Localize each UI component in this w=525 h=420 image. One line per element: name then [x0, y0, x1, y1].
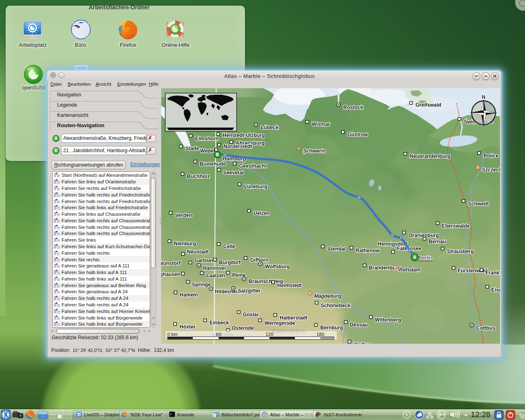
svg-text:Buxtehude: Buxtehude: [200, 161, 226, 167]
svg-text:Rostock: Rostock: [343, 105, 363, 110]
svg-text:Güstrow: Güstrow: [347, 132, 368, 137]
svg-text:Wernigerode: Wernigerode: [265, 320, 295, 326]
svg-text:Elmshorn: Elmshorn: [195, 136, 219, 142]
svg-text:Stendal: Stendal: [327, 246, 345, 252]
svg-text:Lübeck: Lübeck: [261, 125, 278, 130]
svg-text:Greifswald: Greifswald: [415, 102, 441, 108]
svg-text:Laatzen: Laatzen: [206, 273, 225, 278]
svg-text:Garbsen: Garbsen: [194, 258, 215, 263]
svg-text:Wolfen: Wolfen: [354, 342, 370, 344]
svg-text:Schwedt: Schwedt: [468, 201, 489, 207]
svg-text:Seevetal: Seevetal: [223, 170, 244, 176]
svg-text:Salzgitter: Salzgitter: [238, 288, 261, 294]
svg-text:Hannover: Hannover: [203, 265, 226, 271]
svg-text:Potsdam: Potsdam: [399, 267, 420, 273]
svg-text:Frankfurt (Oder): Frankfurt (Oder): [486, 270, 500, 276]
svg-text:Schwerin: Schwerin: [303, 148, 326, 154]
svg-text:Norderstedt: Norderstedt: [224, 144, 252, 149]
svg-text:Neustadt: Neustadt: [187, 249, 209, 255]
svg-text:Buchholz: Buchholz: [187, 173, 210, 179]
svg-text:Henstedt-Ulzburg: Henstedt-Ulzburg: [223, 132, 265, 138]
svg-text:Eberswalde: Eberswalde: [442, 223, 470, 229]
svg-text:Police: Police: [484, 153, 498, 159]
svg-text:Bernburg: Bernburg: [320, 325, 343, 331]
svg-text:N: N: [482, 94, 486, 100]
svg-text:Wittenberg: Wittenberg: [375, 317, 401, 323]
svg-text:Höxter: Höxter: [180, 324, 196, 330]
svg-text:01001: 01001: [77, 66, 86, 70]
svg-text:nghausen: nghausen: [161, 272, 180, 277]
svg-text:0 km: 0 km: [167, 332, 178, 337]
svg-text:Nienburg: Nienburg: [174, 241, 196, 247]
svg-text:Wedel: Wedel: [200, 148, 215, 154]
svg-text:60: 60: [216, 332, 221, 337]
svg-text:Geesthacht: Geesthacht: [239, 163, 267, 169]
svg-text:Strausberg: Strausberg: [447, 249, 474, 254]
svg-text:180: 180: [316, 332, 324, 337]
svg-text:Szczecin: Szczecin: [482, 167, 500, 173]
svg-text:Goslar: Goslar: [243, 312, 259, 317]
svg-text:Springe: Springe: [192, 282, 211, 288]
svg-text:Dessau: Dessau: [350, 322, 368, 328]
svg-text:Wolfsburg: Wolfsburg: [265, 264, 290, 269]
svg-text:Braunschweig: Braunschweig: [249, 278, 283, 284]
svg-text:Magdeburg: Magdeburg: [314, 293, 342, 299]
svg-text:120: 120: [265, 332, 273, 337]
svg-text:Wunstorf: Wunstorf: [161, 260, 181, 266]
svg-text:Neubrandenburg: Neubrandenburg: [410, 153, 450, 159]
svg-text:Schönebeck: Schönebeck: [321, 303, 351, 308]
svg-text:Bernau: Bernau: [429, 239, 446, 244]
svg-text:Stade: Stade: [185, 146, 199, 151]
svg-text:Lüneburg: Lüneburg: [244, 184, 267, 189]
svg-text:Halberstadt: Halberstadt: [280, 315, 308, 321]
svg-text:Uelzen: Uelzen: [253, 210, 270, 216]
svg-text:Rathenow: Rathenow: [356, 248, 380, 253]
svg-text:Verden: Verden: [175, 212, 192, 218]
svg-text:Wismar: Wismar: [312, 121, 330, 127]
svg-text:A: A: [413, 255, 416, 260]
svg-text:2: 2: [214, 413, 215, 417]
svg-text:Burgdorf: Burgdorf: [219, 260, 241, 265]
svg-text:B: B: [216, 152, 219, 157]
svg-text:Osterode: Osterode: [232, 325, 254, 331]
svg-text:Cottbus: Cottbus: [476, 325, 495, 331]
svg-text:Celle: Celle: [223, 244, 235, 249]
svg-text:Hameln: Hameln: [180, 292, 198, 298]
svg-text:Eisenhüttenstadt: Eisenhüttenstadt: [491, 287, 500, 293]
svg-text:Einbeck: Einbeck: [210, 320, 229, 326]
svg-text:Berlin: Berlin: [418, 255, 432, 261]
